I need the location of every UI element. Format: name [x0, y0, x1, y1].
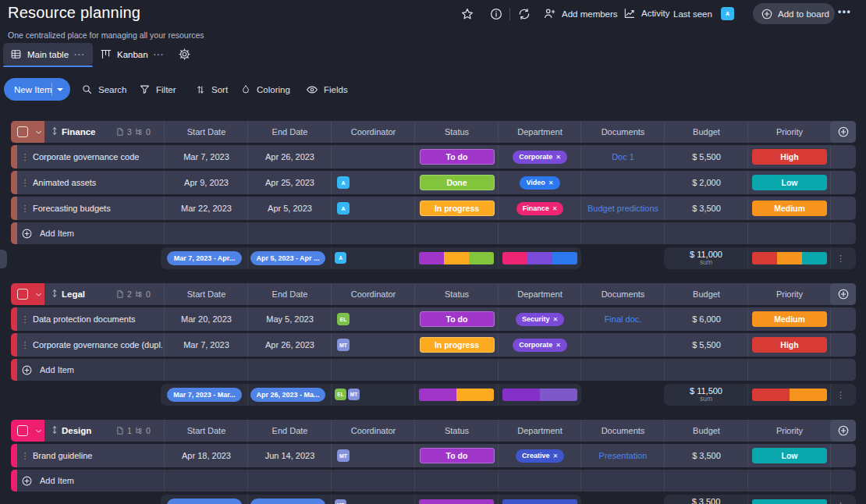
coordinator-cell[interactable]: MT: [331, 333, 414, 357]
department-distribution-bar[interactable]: [502, 389, 577, 401]
board-more-menu-icon[interactable]: •••: [838, 6, 851, 17]
priority-cell[interactable]: Low: [747, 444, 831, 467]
end-date-cell[interactable]: Apr 5, 2023: [247, 197, 332, 220]
chevron-down-icon[interactable]: [34, 426, 44, 436]
chevron-down-icon[interactable]: [57, 88, 63, 91]
priority-distribution-bar[interactable]: [752, 389, 827, 401]
department-distribution-bar[interactable]: [502, 499, 577, 504]
item-name[interactable]: Animated assets: [33, 171, 162, 194]
priority-cell[interactable]: High: [747, 333, 831, 357]
summary-menu-icon[interactable]: ⋮: [836, 384, 845, 406]
column-header-priority[interactable]: Priority: [747, 283, 831, 305]
start-date-cell[interactable]: Mar 7, 2023: [164, 333, 248, 357]
start-date-cell[interactable]: Mar 7, 2023: [164, 145, 248, 169]
column-header-budget[interactable]: Budget: [664, 420, 748, 442]
column-header-budget[interactable]: Budget: [664, 283, 748, 305]
add-item-row[interactable]: Add Item: [17, 222, 856, 244]
group-name[interactable]: Finance: [62, 121, 95, 143]
table-row[interactable]: ⋮ Brand guideline Apr 18, 2023 Jun 14, 2…: [17, 444, 856, 467]
group-color-block[interactable]: [11, 121, 44, 143]
department-cell[interactable]: Security✕: [498, 307, 581, 331]
column-header-coordinator[interactable]: Coordinator: [331, 420, 415, 442]
table-row[interactable]: ⋮ Animated assets Apr 9, 2023 Apr 25, 20…: [17, 171, 856, 194]
coordinator-cell[interactable]: MT: [331, 444, 414, 467]
end-date-range-pill[interactable]: Apr 26, 2023 - Ma...: [250, 388, 325, 402]
sort-button[interactable]: Sort: [195, 78, 228, 101]
document-link[interactable]: [580, 333, 665, 357]
column-header-documents[interactable]: Documents: [580, 121, 665, 143]
item-name[interactable]: Brand guideline: [33, 444, 162, 467]
budget-cell[interactable]: $ 3,500: [664, 197, 748, 220]
column-header-end-date[interactable]: End Date: [247, 420, 332, 442]
add-members-button[interactable]: Add members: [543, 7, 618, 20]
start-date-cell[interactable]: Mar 20, 2023: [164, 307, 248, 331]
last-seen-avatar[interactable]: A: [721, 7, 734, 20]
item-name[interactable]: Data protection documents: [33, 307, 162, 331]
table-row[interactable]: ⋮ Data protection documents Mar 20, 2023…: [17, 307, 856, 331]
start-date-range-pill[interactable]: [167, 499, 242, 504]
department-cell[interactable]: Video✕: [498, 171, 581, 194]
column-header-priority[interactable]: Priority: [747, 420, 831, 442]
table-row[interactable]: ⋮ Corporate governance code (dupl.. Mar …: [17, 333, 856, 357]
table-row[interactable]: ⋮ Forecasting budgets Mar 22, 2023 Apr 5…: [17, 197, 856, 220]
item-name[interactable]: Corporate governance code: [33, 145, 162, 169]
item-name[interactable]: Forecasting budgets: [33, 197, 162, 220]
column-header-department[interactable]: Department: [498, 121, 581, 143]
column-header-department[interactable]: Department: [498, 420, 581, 442]
tab-menu-icon[interactable]: ···: [74, 50, 85, 59]
end-date-cell[interactable]: Apr 26, 2023: [247, 145, 332, 169]
priority-cell[interactable]: High: [747, 145, 831, 169]
group-name[interactable]: Legal: [62, 283, 85, 305]
new-item-button[interactable]: New Item: [4, 78, 70, 101]
document-link[interactable]: Doc 1: [580, 145, 665, 169]
column-header-end-date[interactable]: End Date: [247, 283, 332, 305]
group-color-block[interactable]: [11, 420, 44, 442]
search-button[interactable]: Search: [81, 78, 126, 101]
row-menu-icon[interactable]: ⋮: [19, 145, 31, 169]
status-distribution-bar[interactable]: [419, 389, 494, 401]
department-cell[interactable]: Corporate✕: [498, 333, 581, 357]
row-menu-icon[interactable]: ⋮: [19, 333, 31, 357]
start-date-cell[interactable]: Mar 22, 2023: [164, 197, 248, 220]
add-column-button[interactable]: [830, 121, 856, 143]
start-date-cell[interactable]: Apr 9, 2023: [164, 171, 248, 194]
tab-main-table[interactable]: Main table ···: [3, 43, 93, 66]
document-link[interactable]: Budget predictions: [580, 197, 665, 220]
status-cell[interactable]: To do: [414, 444, 499, 467]
priority-cell[interactable]: Medium: [747, 197, 831, 220]
status-cell[interactable]: Done: [414, 171, 499, 194]
department-cell[interactable]: Finance✕: [498, 197, 581, 220]
row-menu-icon[interactable]: ⋮: [19, 444, 31, 467]
group-checkbox[interactable]: [17, 289, 28, 300]
column-header-department[interactable]: Department: [498, 283, 581, 305]
add-to-board-button[interactable]: Add to board: [753, 3, 835, 24]
status-distribution-bar[interactable]: [419, 499, 494, 504]
column-header-end-date[interactable]: End Date: [247, 121, 332, 143]
budget-cell[interactable]: $ 5,500: [664, 333, 748, 357]
tab-kanban[interactable]: Kanban ···: [100, 43, 165, 66]
table-row[interactable]: ⋮ Corporate governance code Mar 7, 2023 …: [17, 145, 856, 169]
add-item-row[interactable]: Add Item: [17, 359, 856, 381]
budget-cell[interactable]: $ 2,000: [664, 171, 748, 194]
priority-cell[interactable]: Medium: [747, 307, 831, 331]
fields-button[interactable]: Fields: [306, 78, 348, 101]
coordinator-cell[interactable]: A: [331, 197, 414, 220]
filter-button[interactable]: Filter: [139, 78, 176, 101]
budget-cell[interactable]: $ 3,500: [664, 444, 748, 467]
start-date-range-pill[interactable]: Mar 7, 2023 - Mar...: [167, 388, 242, 402]
chevron-down-icon[interactable]: [34, 127, 44, 137]
add-column-button[interactable]: [830, 283, 856, 305]
row-menu-icon[interactable]: ⋮: [19, 197, 31, 220]
add-item-row[interactable]: Add Item: [17, 470, 856, 492]
start-date-cell[interactable]: Apr 18, 2023: [164, 444, 248, 467]
column-header-start-date[interactable]: Start Date: [164, 121, 248, 143]
column-header-status[interactable]: Status: [414, 283, 499, 305]
row-menu-icon[interactable]: ⋮: [19, 307, 31, 331]
column-header-budget[interactable]: Budget: [664, 121, 748, 143]
add-column-button[interactable]: [830, 420, 856, 442]
column-header-status[interactable]: Status: [414, 420, 499, 442]
group-checkbox[interactable]: [17, 425, 28, 436]
column-header-status[interactable]: Status: [414, 121, 499, 143]
priority-distribution-bar[interactable]: [752, 252, 827, 264]
status-distribution-bar[interactable]: [419, 252, 494, 264]
